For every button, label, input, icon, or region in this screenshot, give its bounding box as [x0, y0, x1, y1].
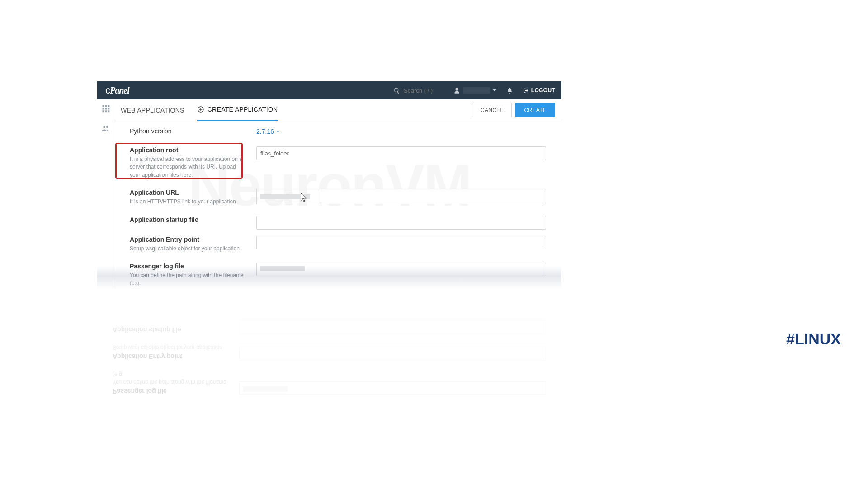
- logo-c-glyph: c: [105, 84, 110, 96]
- app-root-desc: It is a physical address to your applica…: [130, 155, 247, 179]
- row-entry-point: Application Entry point Setup wsgi calla…: [130, 236, 546, 253]
- tab-label: WEB APPLICATIONS: [121, 107, 184, 114]
- app-url-path-input[interactable]: [319, 189, 546, 204]
- body-area: WEB APPLICATIONS CREATE APPLICATION CANC…: [97, 99, 561, 288]
- create-label: CREATE: [524, 107, 547, 113]
- python-version-label: Python version: [130, 127, 247, 135]
- tab-bar: WEB APPLICATIONS CREATE APPLICATION CANC…: [114, 99, 561, 121]
- user-icon: [453, 87, 460, 94]
- grid-icon: [101, 104, 110, 113]
- app-root-label: Application root: [130, 146, 247, 154]
- left-sidebar: [97, 99, 114, 288]
- user-menu[interactable]: [453, 87, 496, 94]
- main-panel: WEB APPLICATIONS CREATE APPLICATION CANC…: [114, 99, 561, 288]
- python-version-value: 2.7.16: [256, 128, 274, 135]
- chevron-down-icon: [493, 89, 496, 91]
- reflection-decoration: Passenger log file You can define the pa…: [97, 288, 561, 401]
- notifications-button[interactable]: [506, 87, 513, 94]
- entry-input[interactable]: [256, 236, 546, 249]
- username-redacted: [463, 87, 490, 94]
- tab-label: CREATE APPLICATION: [208, 106, 278, 113]
- row-startup-file: Application startup file: [130, 216, 546, 230]
- tab-web-applications[interactable]: WEB APPLICATIONS: [121, 99, 184, 121]
- top-bar: cPanel LOGOUT: [97, 81, 561, 99]
- logout-icon: [523, 88, 529, 94]
- plus-circle-icon: [197, 106, 204, 113]
- cancel-label: CANCEL: [481, 107, 503, 113]
- app-url-domain-select[interactable]: [256, 189, 319, 204]
- row-application-url: Application URL It is an HTTP/HTTPS link…: [130, 189, 546, 206]
- logfile-desc: You can define the path along with the f…: [130, 272, 247, 287]
- app-url-label: Application URL: [130, 189, 247, 196]
- create-button[interactable]: CREATE: [515, 103, 555, 117]
- row-passenger-log: Passenger log file You can define the pa…: [130, 263, 546, 287]
- search-wrap[interactable]: [393, 87, 444, 94]
- logfile-label: Passenger log file: [130, 263, 247, 270]
- form-area: Python version 2.7.16 Application root I…: [114, 121, 561, 287]
- brand-logo[interactable]: cPanel: [105, 84, 129, 96]
- chevron-down-icon: [276, 131, 280, 132]
- logfile-value-redacted: [260, 266, 305, 271]
- logfile-input[interactable]: [256, 263, 546, 276]
- logout-button[interactable]: LOGOUT: [523, 87, 555, 94]
- cancel-button[interactable]: CANCEL: [472, 103, 512, 117]
- cursor-icon: [299, 192, 307, 203]
- row-python-version: Python version 2.7.16: [130, 127, 546, 136]
- search-input[interactable]: [404, 87, 444, 94]
- app-root-input[interactable]: [256, 146, 546, 160]
- search-icon: [393, 87, 400, 94]
- logout-label: LOGOUT: [531, 87, 555, 94]
- startup-label: Application startup file: [130, 216, 247, 223]
- sidebar-item-apps[interactable]: [101, 104, 110, 115]
- entry-desc: Setup wsgi callable object for your appl…: [130, 245, 247, 253]
- app-window: NeuronVM cPanel LOGOUT: [97, 81, 561, 289]
- entry-label: Application Entry point: [130, 236, 247, 243]
- hashtag-overlay: #LINUX: [786, 330, 841, 348]
- users-icon: [101, 124, 110, 133]
- app-url-desc: It is an HTTP/HTTPS link to your applica…: [130, 198, 247, 206]
- row-application-root: Application root It is a physical addres…: [130, 146, 546, 179]
- logo-text: Panel: [110, 85, 129, 95]
- python-version-select[interactable]: 2.7.16: [256, 128, 280, 135]
- tab-create-application[interactable]: CREATE APPLICATION: [197, 99, 278, 121]
- sidebar-item-users[interactable]: [101, 124, 110, 135]
- startup-input[interactable]: [256, 216, 546, 230]
- bell-icon: [506, 87, 513, 94]
